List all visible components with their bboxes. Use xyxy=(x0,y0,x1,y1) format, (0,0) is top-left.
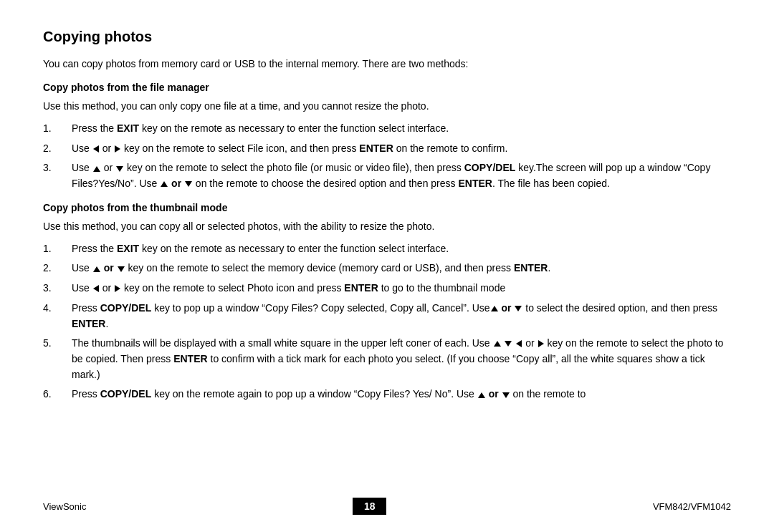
page-content: Copying photos You can copy photos from … xyxy=(0,0,774,532)
keyword: ENTER xyxy=(344,282,378,294)
list-item: 1. Press the EXIT key on the remote as n… xyxy=(43,121,731,137)
list-item: 3. Use or key on the remote to select Ph… xyxy=(43,281,731,296)
up-arrow-icon xyxy=(93,266,100,272)
intro-text: You can copy photos from memory card or … xyxy=(43,57,731,72)
list-item: 3. Use or key on the remote to select th… xyxy=(43,160,731,191)
keyword: COPY/DEL xyxy=(100,388,152,400)
footer-model: VFM842/VFM1042 xyxy=(653,501,731,512)
left-arrow-icon xyxy=(93,145,99,153)
down-arrow-icon xyxy=(118,266,125,272)
down-arrow-icon xyxy=(116,166,123,172)
list-item: 2. Use or key on the remote to select th… xyxy=(43,261,731,276)
footer-brand: ViewSonic xyxy=(43,501,86,512)
list-item: 1. Press the EXIT key on the remote as n… xyxy=(43,241,731,257)
up-arrow-icon xyxy=(93,166,100,172)
keyword: COPY/DEL xyxy=(100,302,152,314)
keyword: EXIT xyxy=(117,122,139,134)
up-arrow-icon xyxy=(161,181,168,187)
page-title: Copying photos xyxy=(43,29,731,45)
list-item: 6. Press COPY/DEL key on the remote agai… xyxy=(43,387,731,402)
right-arrow-icon xyxy=(538,340,544,347)
section1-steps: 1. Press the EXIT key on the remote as n… xyxy=(43,121,731,192)
down-arrow-icon xyxy=(515,306,522,311)
section1-desc: Use this method, you can only copy one f… xyxy=(43,99,731,114)
section2-steps: 1. Press the EXIT key on the remote as n… xyxy=(43,241,731,402)
keyword: ENTER xyxy=(359,142,393,154)
left-arrow-icon xyxy=(516,340,522,347)
keyword: ENTER xyxy=(514,262,548,274)
page-footer: ViewSonic 18 VFM842/VFM1042 xyxy=(0,498,774,515)
up-arrow-icon xyxy=(491,306,498,311)
right-arrow-icon xyxy=(115,285,120,292)
list-item: 4. Press COPY/DEL key to pop up a window… xyxy=(43,301,731,332)
keyword: COPY/DEL xyxy=(464,162,516,173)
right-arrow-icon xyxy=(115,145,120,153)
list-item: 5. The thumbnails will be displayed with… xyxy=(43,336,731,382)
keyword: ENTER xyxy=(72,318,105,329)
up-arrow-icon xyxy=(494,341,501,347)
up-arrow-icon xyxy=(478,392,485,398)
down-arrow-icon xyxy=(502,392,510,398)
keyword: ENTER xyxy=(458,178,492,189)
down-arrow-icon xyxy=(505,341,512,347)
keyword: EXIT xyxy=(117,243,139,254)
section2-desc: Use this method, you can copy all or sel… xyxy=(43,219,731,234)
left-arrow-icon xyxy=(93,285,99,292)
section2-heading: Copy photos from the thumbnail mode xyxy=(43,202,731,213)
keyword: ENTER xyxy=(173,353,207,364)
page-number: 18 xyxy=(353,498,387,515)
down-arrow-icon xyxy=(185,181,192,187)
section1-heading: Copy photos from the file manager xyxy=(43,82,731,93)
list-item: 2. Use or key on the remote to select Fi… xyxy=(43,141,731,157)
